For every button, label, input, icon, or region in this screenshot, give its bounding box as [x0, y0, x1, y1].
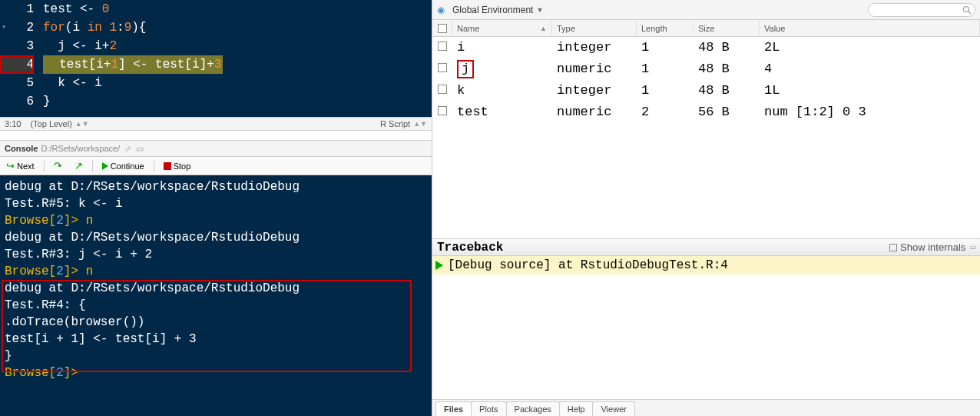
env-row-type: integer	[552, 37, 637, 58]
step-out-icon: ↗	[74, 160, 83, 171]
debug-step-button[interactable]: ↷	[51, 158, 65, 173]
env-row-type: numeric	[552, 102, 637, 123]
debug-next-button[interactable]: ↪ Next	[3, 158, 38, 173]
editor-statusbar: 3:10 (Top Level) ▲▼ R Script ▲▼	[0, 117, 432, 131]
environment-search	[868, 3, 975, 17]
env-col-size[interactable]: Size	[694, 20, 760, 36]
environment-search-input[interactable]	[868, 3, 975, 17]
annotation-red-box	[2, 280, 412, 372]
toolbar-separator	[154, 160, 154, 172]
source-editor: 12▾3456 test <- 0for(i in 1:9){ j <- i+2…	[0, 0, 432, 131]
code-line[interactable]: test[i+1] <- test[i]+3	[38, 55, 432, 74]
traceback-pane: Traceback Show internals ▭ [Debug source…	[432, 238, 980, 275]
pane-minimize-icon[interactable]: ▭	[136, 144, 144, 154]
environment-header: Global Environment ▼	[432, 0, 980, 20]
gutter-line[interactable]: 4	[0, 55, 34, 74]
env-col-checkbox[interactable]	[432, 20, 452, 36]
tab-plots[interactable]: Plots	[471, 401, 506, 416]
gutter-line[interactable]: 5	[0, 74, 34, 92]
env-row-length: 1	[637, 37, 694, 58]
environment-table: iinteger148 B2Ljnumeric148 B4kinteger148…	[432, 37, 980, 123]
scope-arrows-icon: ▲▼	[75, 120, 89, 128]
env-row-checkbox[interactable]	[432, 80, 452, 102]
tab-viewer[interactable]: Viewer	[592, 401, 634, 416]
scope-indicator[interactable]: (Top Level)	[30, 119, 71, 128]
env-row-name: k	[452, 80, 552, 102]
stop-icon	[164, 162, 171, 170]
step-into-icon: ↪	[6, 160, 15, 171]
env-row-size: 48 B	[694, 58, 760, 80]
console-line: Browse[2]> n	[5, 263, 427, 280]
env-col-type[interactable]: Type	[552, 20, 637, 36]
bottom-tabstrip: FilesPlotsPackagesHelpViewer	[432, 399, 980, 416]
traceback-frame[interactable]: [Debug source] at RstudioDebugTest.R:4	[432, 256, 980, 275]
env-row-size: 56 B	[694, 102, 760, 123]
env-row-size: 48 B	[694, 80, 760, 102]
env-row-type: integer	[552, 80, 637, 102]
editor-gutter[interactable]: 12▾3456	[0, 0, 38, 117]
gutter-line[interactable]: 1	[0, 0, 34, 18]
lang-arrows-icon: ▲▼	[413, 120, 427, 128]
debug-stop-button[interactable]: Stop	[161, 160, 194, 172]
env-col-value[interactable]: Value	[760, 20, 980, 36]
console-working-dir[interactable]: D:/RSets/workspace/	[41, 144, 120, 153]
code-line[interactable]: k <- i	[38, 74, 432, 92]
language-mode[interactable]: R Script	[380, 119, 410, 128]
env-row-length: 1	[637, 58, 694, 80]
env-row[interactable]: kinteger148 B1L	[432, 80, 980, 102]
env-row-checkbox[interactable]	[432, 102, 452, 123]
traceback-frame-text: [Debug source] at RstudioDebugTest.R:4	[448, 258, 728, 272]
environment-scope-dropdown[interactable]: Global Environment ▼	[452, 5, 543, 15]
env-row-type: numeric	[552, 58, 637, 80]
checkbox-icon	[889, 244, 897, 251]
env-row-length: 1	[637, 80, 694, 102]
env-row[interactable]: jnumeric148 B4	[432, 58, 980, 80]
gutter-line[interactable]: 3	[0, 37, 34, 55]
current-frame-arrow-icon	[435, 261, 443, 270]
code-line[interactable]: j <- i+2	[38, 37, 432, 55]
env-row-name: j	[452, 58, 552, 80]
editor-body[interactable]: 12▾3456 test <- 0for(i in 1:9){ j <- i+2…	[0, 0, 432, 117]
console-line: Browse[2]> n	[5, 212, 427, 229]
step-over-icon: ↷	[54, 160, 62, 171]
env-row-value: 1L	[760, 80, 980, 102]
env-row-value: num [1:2] 0 3	[760, 102, 980, 123]
sort-asc-icon: ▲	[540, 25, 547, 32]
console-output[interactable]: debug at D:/RSets/workspace/RstudioDebug…	[0, 175, 432, 416]
fold-icon[interactable]: ▾	[2, 18, 6, 37]
env-row-checkbox[interactable]	[432, 37, 452, 58]
environment-icon	[437, 5, 448, 15]
debug-toolbar: ↪ Next ↷ ↗ Continue Stop	[0, 157, 432, 175]
env-row-checkbox[interactable]	[432, 58, 452, 80]
env-col-name[interactable]: Name▲	[452, 20, 552, 36]
env-row[interactable]: iinteger148 B2L	[432, 37, 980, 58]
debug-continue-button[interactable]: Continue	[99, 160, 147, 172]
console-header: Console D:/RSets/workspace/ ⇗ ▭	[0, 140, 432, 157]
code-line[interactable]: for(i in 1:9){	[38, 18, 432, 37]
env-row[interactable]: testnumeric256 Bnum [1:2] 0 3	[432, 102, 980, 123]
debug-step-out-button[interactable]: ↗	[71, 158, 86, 173]
toolbar-separator	[92, 160, 93, 172]
env-col-length[interactable]: Length	[637, 20, 694, 36]
console-line: debug at D:/RSets/workspace/RstudioDebug	[5, 229, 427, 246]
tab-help[interactable]: Help	[559, 401, 594, 416]
tab-files[interactable]: Files	[435, 401, 472, 416]
show-internals-toggle[interactable]: Show internals	[889, 241, 965, 253]
code-line[interactable]: test <- 0	[38, 0, 432, 18]
cursor-position: 3:10	[5, 119, 21, 128]
code-line[interactable]: }	[38, 92, 432, 111]
pane-minimize-icon[interactable]: ▭	[970, 242, 975, 252]
console-expand-icon[interactable]: ⇗	[124, 144, 131, 154]
env-row-name: test	[452, 102, 552, 123]
traceback-title: Traceback	[437, 241, 503, 255]
gutter-line[interactable]: 6	[0, 92, 34, 111]
env-row-name: i	[452, 37, 552, 58]
console-line: Test.R#3: j <- i + 2	[5, 246, 427, 263]
environment-columns-header: Name▲ Type Length Size Value	[432, 20, 980, 37]
tab-packages[interactable]: Packages	[506, 401, 560, 416]
editor-code[interactable]: test <- 0for(i in 1:9){ j <- i+2 test[i+…	[38, 0, 432, 117]
console-line: debug at D:/RSets/workspace/RstudioDebug	[5, 178, 427, 195]
play-icon	[102, 162, 108, 170]
gutter-line[interactable]: 2▾	[0, 18, 34, 37]
env-row-value: 2L	[760, 37, 980, 58]
